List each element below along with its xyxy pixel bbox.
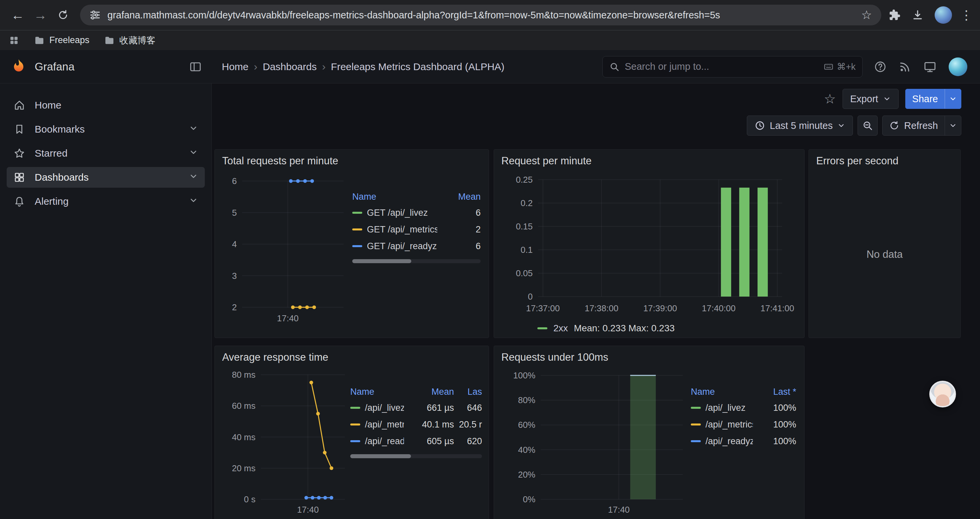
sidebar-item-home[interactable]: Home (7, 95, 205, 115)
series-swatch (350, 407, 360, 409)
browser-forward-button[interactable]: → (30, 5, 51, 26)
legend-header-last[interactable]: Las (454, 387, 482, 397)
series-mean: 661 µs (404, 403, 454, 413)
scrollbar-thumb[interactable] (350, 454, 411, 458)
series-name[interactable]: GET /api/_livez (367, 208, 428, 218)
series-mean: 6 (437, 208, 480, 218)
chevron-down-icon[interactable] (189, 148, 198, 159)
series-name[interactable]: /api/_livez (365, 403, 404, 413)
refresh-icon (889, 121, 899, 131)
sidebar-toggle-icon[interactable] (189, 61, 202, 73)
series-legend: 2xx Mean: 0.233 Max: 0.233 (538, 323, 675, 334)
chevron-down-icon[interactable] (189, 196, 198, 208)
browser-toolbar: ← → grafana.mathmast.com/d/deytv4rwavabk… (0, 0, 980, 30)
legend-header-name[interactable]: Name (352, 192, 437, 202)
series-swatch (352, 245, 362, 247)
legend-scrollbar[interactable] (352, 259, 480, 263)
under-100ms-chart[interactable]: 100%80%60%40%20%0%17:40 (501, 368, 687, 517)
browser-menu-icon[interactable]: ⋮ (960, 8, 973, 22)
sidebar-item-dashboards[interactable]: Dashboards (7, 167, 205, 188)
bookmark-item[interactable]: 收藏博客 (104, 34, 156, 46)
series-name[interactable]: GET /api/_metrics (367, 224, 437, 235)
scrollbar-thumb[interactable] (352, 259, 411, 263)
time-range-picker[interactable]: Last 5 minutes (747, 115, 853, 136)
share-menu-toggle[interactable] (945, 89, 961, 109)
apps-grid-icon[interactable] (9, 35, 19, 46)
sidebar-item-bookmarks[interactable]: Bookmarks (7, 119, 205, 140)
legend-header-mean[interactable]: Mean (437, 192, 480, 202)
series-name[interactable]: /api/_readyz (365, 436, 404, 447)
bookmark-star-icon[interactable]: ☆ (861, 8, 872, 22)
panel-title[interactable]: Request per minute (494, 150, 804, 170)
zoom-out-icon (862, 120, 873, 131)
panel-title[interactable]: Total requests per minute (215, 150, 488, 170)
series-mean: 605 µs (404, 436, 454, 447)
svg-text:0.1: 0.1 (521, 245, 533, 255)
svg-text:17:38:00: 17:38:00 (585, 303, 619, 313)
svg-text:0.15: 0.15 (516, 222, 533, 232)
svg-text:100%: 100% (513, 370, 536, 380)
panel-title[interactable]: Average response time (215, 346, 488, 367)
breadcrumb-home[interactable]: Home (222, 61, 248, 72)
sidebar-item-alerting[interactable]: Alerting (7, 191, 205, 212)
browser-back-button[interactable]: ← (7, 5, 28, 26)
svg-text:0%: 0% (523, 494, 535, 504)
chevron-down-icon[interactable] (189, 124, 198, 135)
bookmark-item[interactable]: Freeleaps (34, 35, 89, 46)
refresh-button[interactable]: Refresh (882, 115, 961, 136)
chevron-down-icon[interactable] (189, 172, 198, 184)
monitor-icon[interactable] (923, 60, 937, 73)
extensions-icon[interactable] (888, 9, 900, 21)
breadcrumb-dashboards[interactable]: Dashboards (263, 61, 317, 72)
share-button[interactable]: Share (905, 89, 961, 109)
header-icons (874, 57, 967, 76)
help-icon[interactable] (874, 61, 886, 73)
browser-reload-button[interactable] (53, 5, 73, 26)
svg-text:80 ms: 80 ms (232, 370, 256, 380)
svg-text:17:40: 17:40 (608, 505, 630, 515)
home-icon (13, 99, 25, 111)
bookmark-icon (13, 123, 25, 135)
export-button[interactable]: Export (843, 89, 899, 109)
request-per-minute-chart[interactable]: 0.250.20.150.10.05017:37:0017:38:0017:39… (501, 172, 798, 315)
series-name[interactable]: /api/_livez (705, 403, 746, 413)
search-box[interactable]: ⌘+k (602, 56, 862, 77)
legend-header-last[interactable]: Last * (753, 387, 796, 397)
avg-response-chart[interactable]: 80 ms60 ms40 ms20 ms0 s17:40 (221, 368, 348, 517)
folder-icon (34, 35, 45, 46)
downloads-icon[interactable] (911, 9, 924, 21)
news-rss-icon[interactable] (899, 61, 911, 73)
series-name[interactable]: /api/_metrics (365, 420, 404, 430)
series-name[interactable]: /api/_readyz (705, 436, 753, 447)
refresh-interval-toggle[interactable] (945, 116, 961, 135)
legend-header-name[interactable]: Name (350, 387, 404, 397)
favorite-star-icon[interactable]: ☆ (824, 91, 836, 107)
url-text[interactable]: grafana.mathmast.com/d/deytv4rwavabkb/fr… (107, 10, 854, 21)
url-bar[interactable]: grafana.mathmast.com/d/deytv4rwavabkb/fr… (80, 5, 881, 26)
search-input[interactable] (625, 61, 818, 72)
legend-row: /api/_readyz 605 µs 620 (350, 433, 482, 450)
legend-header-mean[interactable]: Mean (404, 387, 454, 397)
folder-icon (104, 35, 115, 46)
zoom-out-button[interactable] (858, 115, 878, 136)
browser-profile-avatar[interactable] (935, 6, 952, 24)
svg-text:2: 2 (232, 302, 237, 312)
grafana-logo[interactable] (10, 58, 27, 75)
sidebar-item-label: Bookmarks (35, 124, 85, 135)
brand-name: Grafana (35, 61, 75, 73)
user-avatar[interactable] (949, 57, 967, 76)
total-requests-chart[interactable]: 6543217:40 (221, 172, 348, 325)
legend-header-name[interactable]: Name (691, 387, 753, 397)
panel-title[interactable]: Errors per second (809, 150, 960, 170)
legend-scrollbar[interactable] (350, 454, 482, 458)
sidebar-item-starred[interactable]: Starred (7, 143, 205, 164)
panel-title[interactable]: Requests under 100ms (494, 346, 804, 367)
chevron-down-icon (883, 95, 891, 103)
assistant-avatar[interactable] (929, 381, 956, 407)
series-last: 620 (454, 436, 482, 447)
series-name[interactable]: 2xx (554, 323, 568, 334)
series-name[interactable]: GET /api/_readyz (367, 241, 437, 251)
bookmarks-bar: Freeleaps 收藏博客 (0, 30, 980, 50)
series-name[interactable]: /api/_metrics (705, 420, 753, 430)
site-settings-icon[interactable] (89, 10, 101, 21)
